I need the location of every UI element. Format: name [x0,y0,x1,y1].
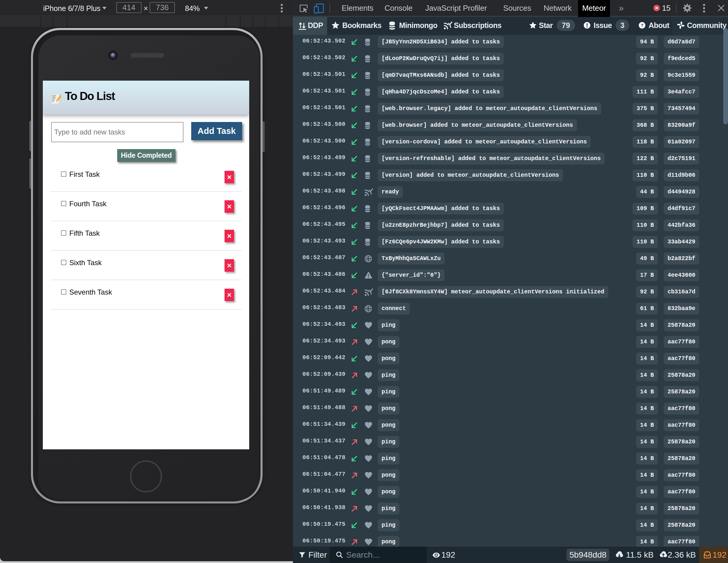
svg-text:?: ? [641,23,643,28]
